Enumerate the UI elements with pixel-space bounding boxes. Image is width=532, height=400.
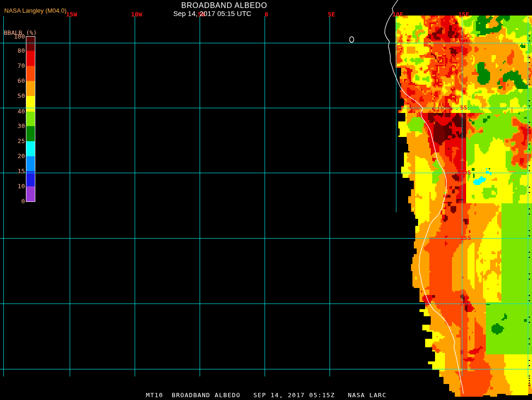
- legend-tick-60: 60: [6, 78, 25, 84]
- lon-label-5E: 5E: [321, 11, 342, 17]
- legend-tick-30: 30: [6, 123, 25, 129]
- lat-label-20S: 20S: [460, 300, 471, 306]
- legend-tick-80: 80: [6, 48, 25, 54]
- legend-tick-100: 100: [6, 33, 25, 40]
- legend-tick-0: 0: [6, 198, 25, 204]
- footer-caption: MT10 BROADBAND ALBEDO SEP 14, 2017 05:15…: [146, 392, 387, 399]
- lat-label-15S: 15S: [460, 235, 471, 241]
- legend-tick-20: 20: [6, 153, 25, 159]
- albedo-map-canvas: [0, 0, 532, 400]
- legend-tick-25: 25: [6, 138, 25, 144]
- legend-tick-10: 10: [6, 183, 25, 189]
- title-datetime: Sep 14, 2017 05:15 UTC: [173, 9, 251, 17]
- lon-label-0: 0: [256, 11, 277, 17]
- source-credit: NASA Langley (M04.0): [4, 7, 66, 14]
- lon-label-10E: 10E: [387, 11, 408, 17]
- broadband-albedo-screen: NASA Langley (M04.0) BROADBAND ALBEDO Se…: [0, 0, 532, 400]
- lat-label-0: 0: [460, 40, 464, 46]
- legend-tick-70: 70: [6, 63, 25, 69]
- lon-label-15W: 15W: [61, 11, 82, 17]
- legend-tick-40: 40: [6, 108, 25, 114]
- lon-label-10W: 10W: [126, 11, 147, 17]
- page-title: BROADBAND ALBEDO: [181, 1, 267, 10]
- lon-label-15E: 15E: [453, 11, 474, 17]
- legend-tick-50: 50: [6, 93, 25, 99]
- lat-label-10S: 10S: [460, 169, 471, 176]
- legend-tick-15: 15: [6, 168, 25, 174]
- lat-label-5S: 5S: [460, 104, 468, 111]
